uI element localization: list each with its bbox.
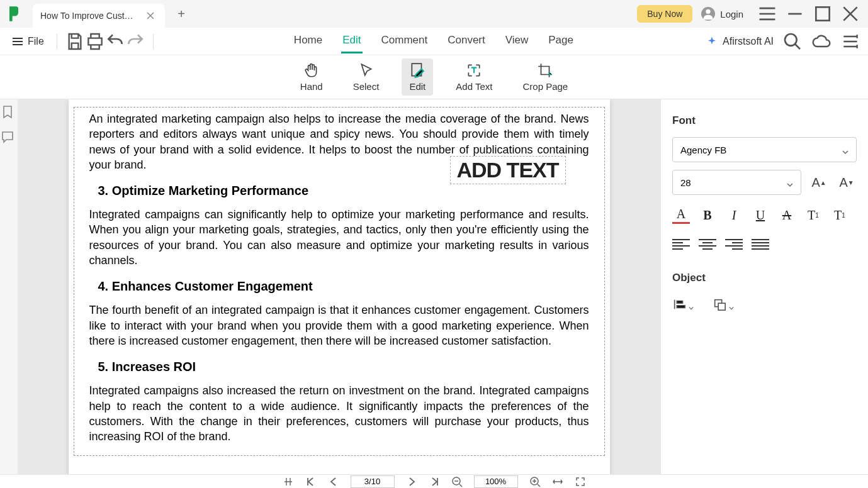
titlebar: How To Improve Custo... * + Buy Now Logi… [0, 0, 868, 28]
last-page-icon[interactable] [429, 476, 440, 487]
font-size-value: 28 [680, 177, 691, 188]
first-page-icon[interactable] [305, 476, 317, 487]
subscript-button[interactable]: T1 [831, 206, 848, 224]
document-tab[interactable]: How To Improve Custo... * [33, 4, 165, 28]
document-canvas[interactable]: An integrated marketing campaign also he… [18, 99, 660, 474]
menu-icon[interactable] [755, 4, 780, 24]
panel-toggle-icon[interactable] [840, 31, 860, 52]
crop-icon [537, 62, 553, 79]
menu-convert[interactable]: Convert [446, 29, 487, 53]
add-text-tool[interactable]: Add Text [448, 58, 500, 96]
avatar-icon [701, 7, 715, 21]
bookmark-icon[interactable] [0, 104, 15, 119]
prev-page-icon[interactable] [328, 476, 339, 487]
svg-point-0 [706, 9, 711, 14]
main-menu: Home Edit Comment Convert View Page [161, 29, 706, 53]
zoom-input[interactable] [474, 475, 518, 488]
file-menu[interactable]: File [8, 33, 49, 50]
paragraph[interactable]: The fourth benefit of an integrated camp… [89, 302, 589, 348]
edit-page-icon [409, 62, 426, 79]
hand-icon [303, 62, 320, 79]
undo-icon[interactable] [105, 31, 125, 52]
underline-button[interactable]: U [752, 206, 769, 224]
ai-button[interactable]: Afirstsoft AI [706, 36, 774, 47]
minimize-button[interactable] [782, 4, 808, 24]
print-icon[interactable] [85, 31, 105, 52]
paragraph[interactable]: Integrated campaigns also increased the … [89, 383, 589, 444]
left-rail [0, 99, 18, 474]
strikethrough-button[interactable]: A [778, 206, 796, 224]
heading-3[interactable]: 3. Optimize Marketing Performance [98, 184, 589, 198]
hamburger-icon [13, 38, 23, 45]
next-page-icon[interactable] [406, 476, 417, 487]
crop-tool[interactable]: Crop Page [515, 58, 575, 96]
comment-rail-icon[interactable] [0, 130, 15, 145]
fit-width-icon[interactable] [552, 476, 563, 487]
menu-home[interactable]: Home [293, 29, 324, 53]
font-color-button[interactable]: A [672, 206, 690, 224]
tab-title: How To Improve Custo... * [40, 11, 135, 21]
heading-4[interactable]: 4. Enhances Customer Engagement [98, 279, 589, 294]
app-logo [5, 5, 23, 23]
login-button[interactable]: Login [701, 7, 743, 21]
zoom-out-icon[interactable] [451, 476, 463, 487]
menu-comment[interactable]: Comment [380, 29, 429, 53]
fit-page-icon[interactable] [283, 476, 294, 487]
cloud-icon[interactable] [811, 31, 831, 52]
align-right-button[interactable] [725, 235, 743, 253]
hand-tool[interactable]: Hand [293, 58, 330, 96]
chevron-down-icon [787, 179, 793, 186]
superscript-button[interactable]: T1 [804, 206, 822, 224]
add-text-icon [466, 62, 482, 79]
increase-font-icon[interactable]: A▲ [809, 172, 829, 192]
save-icon[interactable] [65, 31, 85, 52]
paragraph[interactable]: Integrated campaigns can significantly h… [89, 207, 589, 268]
file-label: File [28, 36, 44, 47]
close-tab-icon[interactable] [146, 11, 155, 20]
redo-icon[interactable] [125, 31, 145, 52]
cursor-icon [358, 62, 375, 79]
properties-panel: Font Agency FB 28 A▲ A▼ A B I U A T1 T1 [660, 99, 868, 474]
select-tool[interactable]: Select [346, 58, 387, 96]
close-window-button[interactable] [838, 4, 863, 24]
chevron-down-icon [842, 147, 848, 153]
bold-button[interactable]: B [699, 206, 716, 224]
hand-label: Hand [300, 81, 323, 92]
select-label: Select [353, 81, 380, 92]
page: An integrated marketing campaign also he… [69, 99, 610, 474]
menu-view[interactable]: View [504, 29, 530, 53]
login-label: Login [720, 9, 743, 19]
edit-label: Edit [409, 81, 426, 92]
chevron-down-icon [689, 302, 694, 307]
object-section-title: Object [672, 272, 857, 284]
sparkle-icon [706, 36, 718, 47]
new-tab-button[interactable]: + [172, 5, 190, 23]
align-objects-button[interactable] [672, 294, 697, 314]
zoom-in-icon[interactable] [529, 476, 541, 487]
align-center-button[interactable] [699, 235, 716, 253]
page-number-input[interactable] [351, 475, 395, 488]
font-section-title: Font [672, 114, 857, 127]
align-left-button[interactable] [672, 235, 690, 253]
align-justify-button[interactable] [752, 235, 769, 253]
fullscreen-icon[interactable] [575, 476, 586, 487]
italic-button[interactable]: I [725, 206, 743, 224]
edit-tool[interactable]: Edit [402, 58, 433, 96]
font-size-select[interactable]: 28 [672, 170, 801, 195]
menu-page[interactable]: Page [547, 29, 575, 53]
add-text-placeholder[interactable]: ADD TEXT [450, 156, 566, 184]
heading-5[interactable]: 5. Increases ROI [98, 360, 589, 374]
svg-point-2 [785, 34, 797, 46]
maximize-button[interactable] [810, 4, 835, 24]
ai-label: Afirstsoft AI [723, 36, 774, 47]
menu-edit[interactable]: Edit [341, 29, 362, 53]
buy-now-button[interactable]: Buy Now [637, 5, 692, 23]
search-icon[interactable] [782, 31, 803, 52]
arrange-objects-button[interactable] [713, 294, 738, 314]
chevron-down-icon [729, 302, 734, 307]
crop-label: Crop Page [522, 81, 568, 92]
decrease-font-icon[interactable]: A▼ [837, 172, 857, 192]
svg-rect-1 [816, 7, 829, 20]
menubar: File Home Edit Comment Convert View Page… [0, 28, 868, 55]
font-family-select[interactable]: Agency FB [672, 137, 857, 162]
